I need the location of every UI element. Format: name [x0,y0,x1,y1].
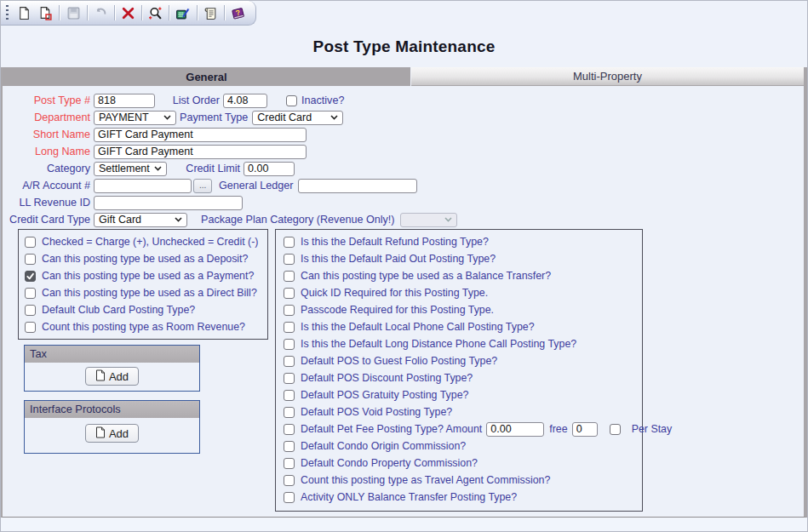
checkbox-row: Can this posting type be used as a Direc… [25,284,264,301]
toolbar-grip[interactable] [6,5,9,20]
checkbox-row: Checked = Charge (+), Unchecked = Credit… [25,233,264,250]
checkbox[interactable] [284,237,295,248]
toolbar: ? [1,1,807,26]
per-stay-label: Per Stay [632,423,673,435]
report-button[interactable] [199,3,221,23]
pet-fee-free-input[interactable] [572,422,598,437]
toolstrip: ? [1,1,256,26]
checkbox[interactable] [284,458,295,469]
ll-revenue-id-input[interactable] [94,196,243,210]
magnifier-plus-icon [148,6,163,20]
inactive-checkbox[interactable] [286,95,297,106]
package-plan-select[interactable] [400,213,457,227]
checkbox-label: Default Condo Property Commission? [301,457,478,469]
long-name-input[interactable] [94,145,307,159]
checkbox[interactable] [284,254,295,265]
post-type-maintenance-window: ? Post Type Maintenance General Multi-Pr… [0,0,808,532]
help-button[interactable]: ? [227,3,249,23]
checkbox[interactable] [284,271,295,282]
tax-add-button[interactable]: Add [85,367,139,386]
checkbox-row: Count this posting type as Room Revenue? [25,318,264,335]
pet-fee-free-label: free [549,423,567,435]
checkbox-row: Activity ONLY Balance Transfer Posting T… [284,489,637,506]
checkbox[interactable] [284,492,295,503]
interface-protocols-section: Interface Protocols Add [24,400,200,454]
copy-page-button[interactable] [35,3,56,23]
post-type-label: Post Type # [9,94,90,106]
interface-protocols-header: Interface Protocols [25,401,199,418]
checkbox-label: Default Pet Fee Posting Type? Amount [301,423,482,435]
checkbox[interactable] [284,441,295,452]
checkbox-row: Count this posting type as Travel Agent … [284,472,637,489]
per-stay-checkbox[interactable] [610,424,621,435]
pet-fee-amount-input[interactable] [486,422,544,437]
main-frame: General Multi-Property Post Type # List … [1,67,807,518]
post-button[interactable] [172,3,193,23]
checkbox[interactable] [25,305,36,316]
checkbox-row: Is this the Default Refund Posting Type? [284,233,637,250]
checkbox[interactable] [284,407,295,418]
left-column: Checked = Charge (+), Unchecked = Credit… [18,229,268,454]
tax-section-header: Tax [25,346,199,363]
checkbox-label: Is this the Default Long Distance Phone … [301,338,576,350]
checkbox[interactable] [25,271,36,282]
checkbox-label: Count this posting type as Room Revenue? [42,321,245,333]
checkbox[interactable] [284,356,295,367]
toolbar-separator [224,5,225,20]
checkbox-label: Passcode Required for this Posting Type. [301,304,494,316]
checkbox[interactable] [25,237,36,248]
toolbar-separator [197,5,198,20]
payment-type-select[interactable]: Credit Card [252,111,343,125]
checkbox[interactable] [25,288,36,299]
receipt-scroll-icon [203,6,218,20]
delete-button[interactable] [117,3,139,23]
interface-protocols-add-button[interactable]: Add [85,424,139,443]
credit-card-type-select[interactable]: Gift Card [94,213,187,227]
tab-general[interactable]: General [3,67,410,86]
checkbox-row: Default Club Card Posting Type? [25,301,264,318]
tab-multi-property[interactable]: Multi-Property [411,67,804,86]
ar-account-input[interactable] [94,179,192,193]
checkbox[interactable] [284,390,295,401]
checkbox[interactable] [284,288,295,299]
inactive-label: Inactive? [301,94,344,106]
checkbox-label: Count this posting type as Travel Agent … [301,474,550,486]
right-checkbox-group: Is this the Default Refund Posting Type?… [275,229,643,512]
short-name-input[interactable] [94,128,307,142]
checkbox[interactable] [284,424,295,435]
page-red-corner-icon [38,6,53,20]
checkbox[interactable] [284,475,295,486]
toolbar-separator [59,5,60,20]
checkbox-panels: Checked = Charge (+), Unchecked = Credit… [18,229,804,512]
checkbox-row: Default Condo Origin Commission? [284,438,637,455]
checkbox-label: Is this the Default Local Phone Call Pos… [301,321,535,333]
checkbox[interactable] [284,373,295,384]
general-ledger-input[interactable] [298,179,417,193]
checkbox[interactable] [284,322,295,333]
checkbox-row: Can this posting type be used as a Depos… [25,250,264,267]
tab-bar: General Multi-Property [3,67,804,86]
undo-button[interactable] [90,3,112,23]
chevron-down-icon [330,115,338,120]
find-button[interactable] [145,3,166,23]
checkbox[interactable] [284,305,295,316]
department-label: Department [9,112,90,123]
credit-limit-input[interactable] [244,162,295,176]
new-button[interactable] [14,3,35,23]
department-select[interactable]: PAYMENT [94,111,176,125]
checkbox[interactable] [25,322,36,333]
left-checkbox-group: Checked = Charge (+), Unchecked = Credit… [18,229,268,340]
form-row-short-name: Short Name [9,127,804,142]
department-value: PAYMENT [99,112,149,123]
checkbox[interactable] [25,254,36,265]
category-select[interactable]: Settlement [94,162,167,176]
new-page-icon [17,6,32,20]
checkbox[interactable] [284,339,295,350]
checkbox-row: Can this posting type be used as a Balan… [284,267,637,284]
save-button[interactable] [62,3,83,23]
ar-account-browse-button[interactable]: ... [193,179,212,193]
bottom-strip [1,518,807,532]
list-order-input[interactable] [223,94,267,108]
post-type-input[interactable] [94,94,155,108]
checkbox-label: Default POS Gratuity Posting Type? [301,389,468,401]
